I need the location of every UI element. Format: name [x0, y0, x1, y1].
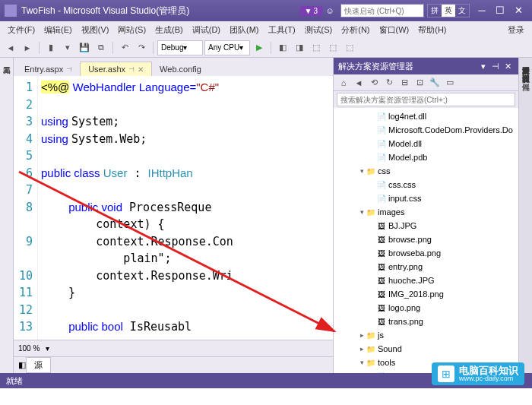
tab-user-ashx[interactable]: User.ashx⊣✕ [80, 62, 152, 76]
tree-item-label: css [378, 166, 391, 176]
platform-combo[interactable]: Any CPU ▾ [204, 40, 250, 55]
code-content[interactable]: <%@ WebHandler Language="C#" using Syste… [38, 76, 333, 340]
solution-search [334, 91, 518, 108]
save-icon[interactable]: 💾 [77, 40, 92, 55]
tree-item[interactable]: 🖼BJ.JPG [334, 219, 518, 233]
file-icon: 🖼 [376, 263, 387, 271]
window-menu-icon[interactable]: ▾ [477, 62, 489, 71]
home-icon[interactable]: ⌂ [337, 76, 350, 90]
tree-item[interactable]: 🖼browse.png [334, 233, 518, 246]
maximize-button[interactable]: ☐ [491, 3, 509, 18]
tree-item[interactable]: 🖼huoche.JPG [334, 274, 518, 287]
menu-edit[interactable]: 编辑(E) [40, 23, 77, 37]
title-bar: TwoFish - Microsoft Visual Studio(管理员) ▼… [0, 0, 532, 21]
expand-icon[interactable]: ▾ [358, 359, 366, 366]
solution-tree[interactable]: 📄log4net.dll📄Microsoft.CodeDom.Providers… [334, 108, 518, 373]
solution-search-input[interactable] [337, 93, 515, 106]
menu-team[interactable]: 团队(M) [225, 23, 264, 37]
expand-icon[interactable]: ▸ [369, 372, 376, 373]
collapse-icon[interactable]: ⊟ [397, 76, 411, 90]
menu-build[interactable]: 生成(B) [150, 23, 188, 37]
tree-item[interactable]: 📄Microsoft.CodeDom.Providers.Do [334, 123, 518, 137]
toolbox-tab[interactable]: 工具箱 [0, 58, 14, 373]
tb-icon-2[interactable]: ◨ [292, 40, 307, 55]
save-all-icon[interactable]: ⧉ [93, 40, 109, 55]
tree-item[interactable]: 📄Model.pdb [334, 150, 518, 164]
notification-badge[interactable]: ▼3 [300, 6, 322, 16]
expand-icon[interactable]: ▸ [358, 331, 366, 339]
refresh-icon[interactable]: ↻ [382, 76, 396, 90]
tree-item[interactable]: 📄log4net.dll [334, 109, 518, 123]
tree-item-label: Sound [378, 344, 402, 353]
feedback-icon[interactable]: ☺ [322, 3, 337, 18]
start-icon[interactable]: ▶ [252, 40, 267, 55]
nav-fwd-icon[interactable]: ► [20, 40, 35, 55]
sign-in-button[interactable]: 登录 [503, 23, 529, 37]
open-icon[interactable]: ▾ [60, 40, 75, 55]
tree-item[interactable]: 🖼browseba.png [334, 246, 518, 260]
config-value: Debug [161, 43, 183, 52]
tree-item[interactable]: ▸📁js [334, 328, 518, 342]
menu-file[interactable]: 文件(F) [3, 23, 40, 37]
tree-item[interactable]: 📄Model.dll [334, 137, 518, 150]
ime-indicator[interactable]: 拼 英 文 [427, 4, 470, 17]
right-tool-tabs[interactable]: 解决方案资源管理器 团队资源管理器 属性 [518, 58, 532, 373]
solution-toolbar: ⌂ ◄ ⟲ ↻ ⊟ ⊡ 🔧 ▭ [334, 74, 518, 91]
tree-item-label: input.css [388, 194, 421, 203]
file-icon: 📄 [376, 181, 387, 189]
show-all-icon[interactable]: ⊡ [413, 76, 426, 90]
sync-icon[interactable]: ⟲ [367, 76, 381, 90]
solution-explorer-title-bar[interactable]: 解决方案资源管理器 ▾ ⊣ ✕ [334, 58, 518, 74]
expand-icon[interactable]: ▾ [358, 167, 366, 175]
minimize-button[interactable]: ─ [473, 3, 491, 18]
tree-item[interactable]: 📄css.css [334, 178, 518, 191]
expand-icon[interactable]: ▸ [358, 345, 366, 353]
nav-back-icon[interactable]: ◄ [3, 40, 18, 55]
close-icon[interactable]: ✕ [502, 62, 514, 71]
menu-view[interactable]: 视图(V) [77, 23, 114, 37]
undo-icon[interactable]: ↶ [117, 40, 132, 55]
tree-item-label: js [378, 331, 384, 340]
menu-analyze[interactable]: 分析(N) [337, 23, 374, 37]
tb-icon-4[interactable]: ⬚ [325, 40, 340, 55]
pin-icon[interactable]: ⊣ [128, 65, 135, 73]
tree-item[interactable]: ▾📁images [334, 205, 518, 219]
tree-item[interactable]: ▸📁Sound [334, 342, 518, 356]
preview-icon[interactable]: ▭ [443, 76, 457, 90]
tree-item[interactable]: ▾📁css [334, 164, 518, 178]
back-icon[interactable]: ◄ [352, 76, 366, 90]
pin-icon[interactable]: ⊣ [66, 65, 72, 73]
tb-icon-3[interactable]: ⬚ [309, 40, 324, 55]
tree-item[interactable]: 📄input.css [334, 191, 518, 205]
zoom-dropdown-icon[interactable]: ▾ [46, 344, 49, 353]
zoom-level[interactable]: 100 % [18, 344, 40, 353]
close-icon[interactable]: ✕ [138, 65, 144, 74]
tree-item[interactable]: 🖼entry.png [334, 260, 518, 274]
tab-entry-aspx[interactable]: Entry.aspx⊣ [17, 62, 80, 76]
menu-window[interactable]: 窗口(W) [375, 23, 414, 37]
tree-item[interactable]: 🖼logo.png [334, 301, 518, 315]
properties-icon[interactable]: 🔧 [428, 76, 442, 90]
watermark-url: www.pc-daily.com [459, 375, 518, 382]
quick-launch-input[interactable] [340, 4, 424, 17]
menu-test[interactable]: 测试(S) [300, 23, 337, 37]
new-file-icon[interactable]: ▮ [43, 40, 59, 55]
tab-web-config[interactable]: Web.config [152, 62, 209, 76]
menu-website[interactable]: 网站(S) [113, 23, 150, 37]
tb-icon-1[interactable]: ◧ [275, 40, 290, 55]
tb-icon-5[interactable]: ⬚ [342, 40, 357, 55]
expand-icon[interactable]: ▾ [358, 208, 366, 216]
source-tab[interactable]: 源 [26, 357, 51, 373]
tree-item[interactable]: 🖼trans.png [334, 315, 518, 328]
menu-tools[interactable]: 工具(T) [264, 23, 300, 37]
redo-icon[interactable]: ↷ [134, 40, 149, 55]
tree-item-label: tools [378, 358, 395, 367]
menu-debug[interactable]: 调试(D) [188, 23, 225, 37]
code-editor[interactable]: 12345678910111213 <%@ WebHandler Languag… [14, 76, 333, 340]
config-combo[interactable]: Debug ▾ [157, 40, 203, 55]
pin-icon[interactable]: ⊣ [489, 62, 502, 71]
close-button[interactable]: ✕ [509, 3, 527, 18]
file-icon: 📄 [376, 153, 387, 162]
menu-help[interactable]: 帮助(H) [413, 23, 451, 37]
tree-item[interactable]: 🖼IMG_2018.png [334, 287, 518, 301]
